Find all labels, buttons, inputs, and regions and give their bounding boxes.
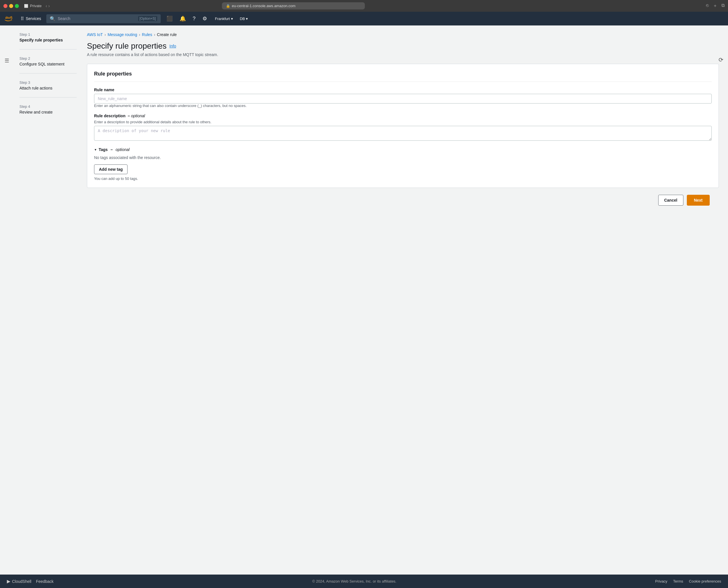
lock-icon: 🔒 xyxy=(226,4,230,8)
search-input[interactable] xyxy=(58,16,136,21)
aws-nav: ⠿ Services 🔍 [Option+S] ⬛ 🔔 ? ⚙ Frankfur… xyxy=(0,12,728,25)
rule-description-input[interactable] xyxy=(94,126,712,141)
feedback-button[interactable]: Feedback xyxy=(36,579,53,584)
settings-icon[interactable]: ⚙ xyxy=(201,14,208,23)
page-title-row: Specify rule properties Info xyxy=(87,41,719,50)
breadcrumb: AWS IoT › Message routing › Rules › Crea… xyxy=(87,32,719,37)
step-1: Step 1 Specify rule properties xyxy=(19,32,77,42)
breadcrumb-awsiot[interactable]: AWS IoT xyxy=(87,32,103,37)
traffic-lights xyxy=(3,4,19,8)
maximize-button[interactable] xyxy=(15,4,19,8)
rule-description-label: Rule description – optional xyxy=(94,113,712,118)
footer-right: Privacy Terms Cookie preferences xyxy=(655,579,721,583)
tags-toggle-button[interactable]: ▼ Tags – optional xyxy=(94,147,130,152)
step-3-label: Step 3 xyxy=(19,80,77,85)
tags-chevron-icon: ▼ xyxy=(94,148,97,151)
cloudshell-icon: ▶ xyxy=(7,579,10,584)
step-3: Step 3 Attach rule actions xyxy=(19,80,77,90)
breadcrumb-current: Create rule xyxy=(157,32,177,37)
services-label: Services xyxy=(26,16,41,21)
step-divider-3 xyxy=(19,97,77,98)
windows-icon[interactable]: ⧉ xyxy=(722,3,725,9)
share-icon[interactable]: ⎋ xyxy=(706,3,709,9)
browser-actions: ⎋ ＋ ⧉ xyxy=(706,3,725,9)
step-2-label: Step 2 xyxy=(19,56,77,61)
breadcrumb-message-routing[interactable]: Message routing xyxy=(108,32,137,37)
rule-description-hint: Enter a description to provide additiona… xyxy=(94,120,712,124)
search-shortcut: [Option+S] xyxy=(138,16,157,21)
region-label: Frankfurt xyxy=(215,17,230,21)
region-selector[interactable]: Frankfurt ▾ xyxy=(213,16,235,22)
footer-left: ▶ CloudShell Feedback xyxy=(7,579,53,584)
info-link[interactable]: Info xyxy=(170,44,176,48)
tags-label: Tags xyxy=(99,147,108,152)
cloudshell-button[interactable]: ▶ CloudShell xyxy=(7,579,31,584)
tags-hint: You can add up to 50 tags. xyxy=(94,176,712,181)
browser-chrome: ⬜ Private ‹ › 🔒 eu-central-1.console.aws… xyxy=(0,0,728,12)
services-button[interactable]: ⠿ Services xyxy=(18,14,44,23)
content-wrapper: Step 1 Specify rule properties Step 2 Co… xyxy=(0,25,728,574)
breadcrumb-sep-2: › xyxy=(139,32,141,37)
user-chevron-icon: ▾ xyxy=(246,17,248,21)
step-4-label: Step 4 xyxy=(19,104,77,109)
main-content: AWS IoT › Message routing › Rules › Crea… xyxy=(82,25,728,574)
page-container: ☰ ⟳ Step 1 Specify rule properties Step … xyxy=(0,25,728,574)
step-4-title: Review and create xyxy=(19,110,77,114)
footer: ▶ CloudShell Feedback © 2024, Amazon Web… xyxy=(0,574,728,588)
nav-icons: ⬛ 🔔 ? ⚙ Frankfurt ▾ DB ▾ xyxy=(165,14,248,23)
sidebar-toggle[interactable]: ☰ xyxy=(0,53,14,68)
breadcrumb-rules[interactable]: Rules xyxy=(142,32,152,37)
step-1-title: Specify rule properties xyxy=(19,38,77,42)
add-tag-button[interactable]: Add new tag xyxy=(94,165,128,174)
help-icon[interactable]: ? xyxy=(192,15,197,23)
step-divider-2 xyxy=(19,73,77,74)
terminal-icon[interactable]: ⬛ xyxy=(165,14,174,23)
step-2: Step 2 Configure SQL statement xyxy=(19,56,77,66)
rule-description-optional: optional xyxy=(131,113,145,118)
terms-link[interactable]: Terms xyxy=(673,579,683,583)
back-button[interactable]: ‹ xyxy=(45,3,47,8)
step-divider-1 xyxy=(19,49,77,49)
new-tab-icon[interactable]: ＋ xyxy=(713,3,718,9)
region-chevron-icon: ▾ xyxy=(231,17,233,21)
url-bar[interactable]: 🔒 eu-central-1.console.aws.amazon.com xyxy=(222,2,365,9)
forward-button[interactable]: › xyxy=(48,3,50,8)
steps-sidebar: Step 1 Specify rule properties Step 2 Co… xyxy=(14,25,82,574)
refresh-icon[interactable]: ⟳ xyxy=(719,56,723,63)
step-3-title: Attach rule actions xyxy=(19,86,77,90)
rule-name-label: Rule name xyxy=(94,87,712,92)
rule-properties-card: Rule properties Rule name Enter an alpha… xyxy=(87,64,719,188)
tab-icon: ⬜ xyxy=(24,4,28,8)
tab-bar: ⬜ Private xyxy=(24,4,41,8)
next-button[interactable]: Next xyxy=(687,195,710,206)
rule-name-group: Rule name Enter an alphanumeric string t… xyxy=(94,87,712,108)
rule-description-group: Rule description – optional Enter a desc… xyxy=(94,113,712,142)
step-2-title: Configure SQL statement xyxy=(19,62,77,66)
page-title: Specify rule properties xyxy=(87,41,167,50)
breadcrumb-sep-1: › xyxy=(105,32,106,37)
bell-icon[interactable]: 🔔 xyxy=(178,14,187,23)
step-4: Step 4 Review and create xyxy=(19,104,77,114)
close-button[interactable] xyxy=(3,4,7,8)
no-tags-text: No tags associated with the resource. xyxy=(94,155,712,160)
cancel-button[interactable]: Cancel xyxy=(658,195,683,206)
grid-icon: ⠿ xyxy=(21,16,24,21)
user-menu[interactable]: DB ▾ xyxy=(240,17,248,21)
tab-label: Private xyxy=(30,4,41,8)
cookie-preferences-link[interactable]: Cookie preferences xyxy=(689,579,721,583)
card-title: Rule properties xyxy=(94,71,712,82)
nav-arrows: ‹ › xyxy=(45,3,50,8)
footer-copyright: © 2024, Amazon Web Services, Inc. or its… xyxy=(312,579,397,583)
aws-logo xyxy=(5,16,15,22)
breadcrumb-sep-3: › xyxy=(154,32,155,37)
action-bar: Cancel Next xyxy=(87,195,719,206)
page-subtitle: A rule resource contains a list of actio… xyxy=(87,52,719,57)
search-bar[interactable]: 🔍 [Option+S] xyxy=(46,14,161,23)
privacy-link[interactable]: Privacy xyxy=(655,579,667,583)
minimize-button[interactable] xyxy=(9,4,13,8)
url-text: eu-central-1.console.aws.amazon.com xyxy=(232,4,296,8)
search-icon: 🔍 xyxy=(50,16,56,21)
rule-name-input[interactable] xyxy=(94,94,712,104)
step-1-label: Step 1 xyxy=(19,32,77,37)
cloudshell-label: CloudShell xyxy=(12,579,31,584)
